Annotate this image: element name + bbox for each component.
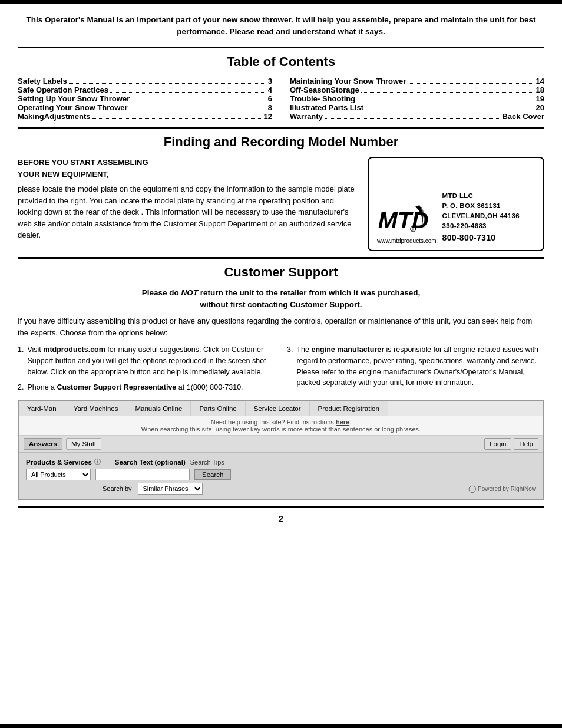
finding-text: BEFORE YOU START ASSEMBLING YOUR NEW EQU… [18,157,356,251]
products-label: Products & Services [26,459,92,466]
products-select[interactable]: All Products [26,469,91,480]
search-text-label: Search Text (optional) [115,459,186,466]
toc-entry: MakingAdjustments 12 [18,112,272,121]
svg-text:®: ® [412,228,414,231]
page: This Operator's Manual is an important p… [0,0,562,728]
content: This Operator's Manual is an important p… [0,4,562,724]
left-items: 1. Visit mtdproducts.com for many useful… [18,344,275,393]
model-plate-box: MTD ® www.mtdproducts.com MTD [368,157,544,251]
toc-page: Back Cover [502,112,544,121]
list-item-3: 3. The engine manufacturer is responsibl… [287,344,544,388]
mtd-info: MTD LLC P. O. BOX 361131 CLEVELAND,OH 44… [442,191,520,244]
page-number: 2 [18,514,544,523]
info-icon: ⓘ [94,457,101,466]
help-button[interactable]: Help [514,438,538,450]
search-row2: Search by Similar Phrases ◯ Powered by R… [103,483,536,495]
toc-page: 4 [268,85,272,94]
help-line1: Need help using this site? Find instruct… [21,419,541,426]
finding-content: BEFORE YOU START ASSEMBLING YOUR NEW EQU… [18,157,544,251]
toc-label: Safety Labels [18,77,67,85]
toc-dots [92,118,262,119]
toc-dots [131,101,266,101]
action-bar-right: Login Help [484,438,538,450]
toc-entry: Safety Labels 3 [18,77,272,85]
toc-label: Safe Operation Practices [18,85,108,94]
toc-right: Maintaining Your Snow Thrower 14 Off-Sea… [290,77,544,121]
answers-button[interactable]: Answers [24,438,62,450]
nav-tab-servicelocator[interactable]: Service Locator [246,401,310,416]
divider-3 [18,257,544,259]
toc-entry: Setting Up Your Snow Thrower 6 [18,94,272,103]
help-line2: When searching this site, using fewer ke… [21,426,541,433]
toc-dots [357,101,534,101]
search-text-input[interactable] [95,469,190,480]
nav-tab-partsonline[interactable]: Parts Online [191,401,245,416]
finding-body: please locate the model plate on the equ… [18,183,356,241]
search-button[interactable]: Search [194,469,231,480]
toc-page: 20 [536,103,544,112]
toc-page: 8 [268,103,272,112]
mtd-logo-container: MTD ® www.mtdproducts.com [377,202,437,244]
toc-dots [69,83,266,84]
finding-title: Finding and Recording Model Number [18,134,544,150]
toc-page: 19 [536,94,544,103]
search-by-label: Search by [103,485,132,492]
search-text-area: Search Text (optional) Search Tips [115,459,224,466]
toc-entry: Maintaining Your Snow Thrower 14 [290,77,544,85]
list-item-2: 2. Phone a Customer Support Representati… [18,382,275,393]
toc-page: 14 [536,77,544,85]
toc-label: Trouble- Shooting [290,94,355,103]
nav-bar: Yard-Man Yard Machines Manuals Online Pa… [19,401,543,416]
list-item-1: 1. Visit mtdproducts.com for many useful… [18,344,275,377]
divider-4 [18,506,544,508]
search-row1: Products & Services ⓘ Search Text (optio… [26,457,536,466]
toc-dots [365,110,534,110]
intro-text: This Operator's Manual is an important p… [18,14,544,38]
toc-title: Table of Contents [18,54,544,70]
toc-label: Maintaining Your Snow Thrower [290,77,406,85]
toc-entry: Trouble- Shooting 19 [290,94,544,103]
bottom-border [0,724,562,728]
toc-dots [361,92,534,93]
toc-dots [110,92,266,93]
toc-page: 3 [268,77,272,85]
toc-entry: Operating Your Snow Thrower 8 [18,103,272,112]
divider-2 [18,127,544,129]
rightnow-label: Powered by RightNow [478,486,536,492]
search-by-select[interactable]: Similar Phrases [138,483,203,495]
nav-tab-manualsonline[interactable]: Manuals Online [127,401,191,416]
toc-grid: Safety Labels 3 Safe Operation Practices… [18,77,544,121]
model-plate-inner: MTD ® www.mtdproducts.com MTD [377,191,535,244]
toc-entry: Illustrated Parts List 20 [290,103,544,112]
customer-title: Customer Support [18,265,544,280]
toc-left: Safety Labels 3 Safe Operation Practices… [18,77,272,121]
toc-label: Warranty [290,112,323,121]
here-link[interactable]: here [336,419,349,426]
toc-label: Operating Your Snow Thrower [18,103,128,112]
nav-tab-yardman[interactable]: Yard-Man [19,401,65,416]
right-items: 3. The engine manufacturer is responsibl… [287,344,544,393]
divider-1 [18,47,544,48]
mystuff-button[interactable]: My Stuff [66,438,101,450]
nav-tab-productregistration[interactable]: Product Registration [310,401,388,416]
rightnow-icon: ◯ [468,485,476,493]
customer-warning: Please do NOT return the unit to the ret… [18,287,544,311]
toc-label: Setting Up Your Snow Thrower [18,94,130,103]
toc-dots [130,110,266,110]
login-button[interactable]: Login [484,438,511,450]
toc-entry: Safe Operation Practices 4 [18,85,272,94]
action-bar: Answers My Stuff Login Help [19,436,543,453]
toc-label: MakingAdjustments [18,112,91,121]
toc-page: 6 [268,94,272,103]
customer-section: Customer Support Please do NOT return th… [18,265,544,501]
nav-tab-yardmachines[interactable]: Yard Machines [65,401,127,416]
toc-label: Off-SeasonStorage [290,85,359,94]
toc-dots [408,83,534,84]
search-row-inputs: All Products Search [26,469,536,480]
toc-dots [325,118,501,119]
finding-section: Finding and Recording Model Number BEFOR… [18,134,544,251]
website-screenshot: Yard-Man Yard Machines Manuals Online Pa… [18,400,544,500]
not-emphasis: NOT [181,288,198,297]
toc-page: 12 [264,112,272,121]
mtd-logo-svg: MTD ® [377,202,430,235]
